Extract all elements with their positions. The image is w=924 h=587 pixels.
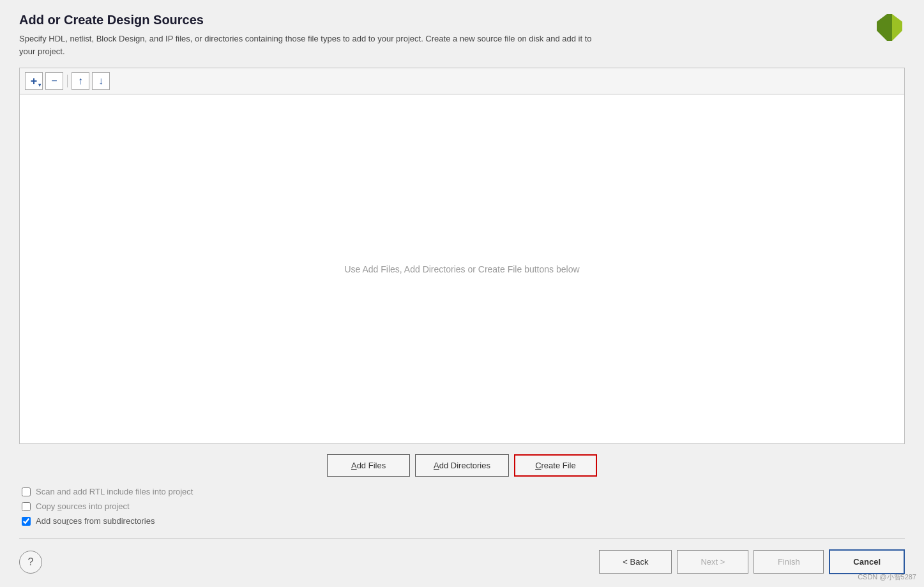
svg-marker-1	[892, 14, 902, 41]
footer: ? < Back Next > Finish Cancel	[19, 539, 905, 574]
add-directories-button[interactable]: Add Directories	[415, 454, 509, 477]
svg-marker-2	[877, 14, 892, 41]
dialog-title: Add or Create Design Sources	[19, 13, 861, 27]
copy-sources-label[interactable]: Copy sources into project	[36, 502, 130, 511]
create-file-button[interactable]: Create File	[514, 454, 597, 477]
move-down-button[interactable]: ↓	[92, 72, 110, 90]
question-mark-icon: ?	[28, 556, 34, 568]
minus-icon: −	[51, 75, 57, 87]
file-list-area: Use Add Files, Add Directories or Create…	[20, 94, 904, 443]
empty-list-message: Use Add Files, Add Directories or Create…	[344, 264, 579, 274]
finish-button[interactable]: Finish	[754, 550, 824, 574]
toolbar: + ▾ − ↑ ↓	[20, 68, 904, 94]
footer-left: ?	[19, 551, 42, 574]
add-file-button[interactable]: + ▾	[25, 72, 43, 90]
toolbar-divider	[67, 75, 68, 87]
footer-right: < Back Next > Finish Cancel	[599, 549, 905, 574]
watermark: CSDN @小智5287	[858, 572, 916, 582]
scan-rtl-label[interactable]: Scan and add RTL include files into proj…	[36, 487, 193, 496]
header-area: Add or Create Design Sources Specify HDL…	[19, 13, 905, 57]
next-button[interactable]: Next >	[677, 550, 748, 574]
remove-file-button[interactable]: −	[45, 72, 63, 90]
xilinx-logo	[874, 13, 905, 43]
back-button[interactable]: < Back	[599, 550, 672, 574]
dropdown-arrow-icon: ▾	[38, 82, 41, 88]
scan-rtl-checkbox[interactable]	[22, 487, 31, 496]
add-subdirs-label[interactable]: Add sources from subdirectories	[36, 516, 155, 526]
move-up-button[interactable]: ↑	[72, 72, 89, 90]
back-label: < Back	[623, 557, 648, 567]
copy-sources-row: Copy sources into project	[22, 502, 905, 511]
add-subdirs-checkbox[interactable]	[22, 517, 31, 526]
plus-icon: +	[31, 75, 38, 88]
add-files-button[interactable]: Add Files	[327, 454, 410, 477]
add-subdirs-row: Add sources from subdirectories	[22, 516, 905, 526]
dialog-subtitle: Specify HDL, netlist, Block Design, and …	[19, 33, 594, 57]
file-panel: + ▾ − ↑ ↓ Use Add Files, Add Directories…	[19, 68, 905, 444]
options-area: Scan and add RTL include files into proj…	[19, 487, 905, 526]
dialog-container: Add or Create Design Sources Specify HDL…	[0, 0, 924, 587]
create-file-label: Create File	[535, 461, 576, 470]
header-text: Add or Create Design Sources Specify HDL…	[19, 13, 861, 57]
help-button[interactable]: ?	[19, 551, 42, 574]
next-label: Next >	[701, 557, 725, 567]
scan-rtl-row: Scan and add RTL include files into proj…	[22, 487, 905, 496]
action-buttons-row: Add Files Add Directories Create File	[19, 454, 905, 477]
down-arrow-icon: ↓	[98, 75, 103, 87]
up-arrow-icon: ↑	[78, 75, 83, 87]
cancel-button[interactable]: Cancel	[829, 549, 905, 574]
finish-label: Finish	[778, 557, 800, 567]
copy-sources-checkbox[interactable]	[22, 502, 31, 511]
add-files-label: Add Files	[351, 461, 386, 470]
add-directories-label: Add Directories	[434, 461, 490, 470]
cancel-label: Cancel	[853, 557, 881, 567]
